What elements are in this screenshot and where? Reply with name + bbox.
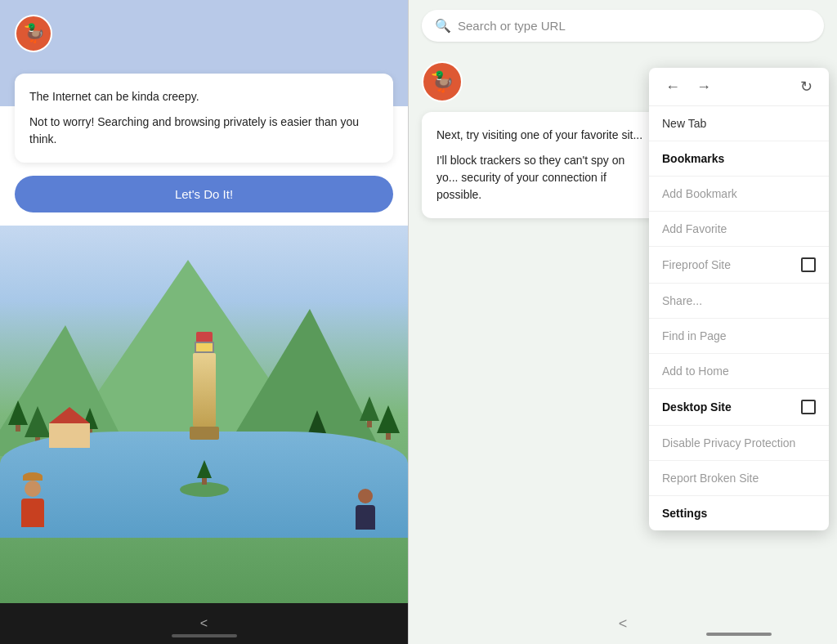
search-box[interactable]: 🔍 Search or type URL xyxy=(422,10,824,42)
lets-do-it-button[interactable]: Let's Do It! xyxy=(15,176,393,212)
desktop-site-checkbox[interactable] xyxy=(801,400,816,414)
dropdown-menu: ← → ↻ New Tab Bookmarks Add Bookmark Add… xyxy=(649,68,829,530)
duckduckgo-logo-right: 🦆 xyxy=(422,61,463,102)
duckduckgo-logo-left: 🦆 xyxy=(15,15,52,52)
lighthouse-body xyxy=(193,353,216,427)
menu-item-add-to-home[interactable]: Add to Home xyxy=(649,354,829,389)
left-phone-bottom-bar: < xyxy=(0,603,408,644)
house-body xyxy=(49,423,90,448)
menu-item-settings[interactable]: Settings xyxy=(649,496,829,530)
menu-item-desktop-site[interactable]: Desktop Site xyxy=(649,389,829,426)
menu-item-fireproof-site[interactable]: Fireproof Site xyxy=(649,247,829,284)
nav-pill-left xyxy=(172,634,237,637)
person-left-hat xyxy=(23,472,43,481)
back-arrow-left[interactable]: < xyxy=(187,610,221,637)
next-card: Next, try visiting one of your favorite … xyxy=(422,112,659,218)
lighthouse-top xyxy=(196,332,213,342)
search-bar-area: 🔍 Search or type URL xyxy=(409,0,837,51)
menu-item-find-in-page[interactable]: Find in Page xyxy=(649,319,829,354)
island-tree xyxy=(197,460,212,485)
menu-item-add-bookmark[interactable]: Add Bookmark xyxy=(649,177,829,212)
info-card-line1: The Internet can be kinda creepy. xyxy=(29,88,378,105)
person-right-body xyxy=(356,505,375,530)
person-left-head xyxy=(25,481,41,497)
search-input[interactable]: Search or type URL xyxy=(458,19,566,33)
tree-4 xyxy=(360,396,379,427)
person-right-head xyxy=(358,489,373,503)
menu-item-share[interactable]: Share... xyxy=(649,284,829,319)
right-phone-content: 🦆 Next, try visiting one of your favorit… xyxy=(409,51,837,603)
person-left-body xyxy=(21,499,44,527)
right-phone: 🔍 Search or type URL 🦆 Next, try visitin… xyxy=(409,0,837,644)
fireproof-site-checkbox[interactable] xyxy=(801,257,816,272)
person-right xyxy=(356,489,375,530)
menu-item-new-tab[interactable]: New Tab xyxy=(649,106,829,141)
lighthouse xyxy=(190,332,219,440)
left-phone: 🦆 The Internet can be kinda creepy. Not … xyxy=(0,0,409,644)
refresh-button[interactable]: ↻ xyxy=(795,76,817,97)
tree-3 xyxy=(377,405,400,440)
info-card: The Internet can be kinda creepy. Not to… xyxy=(15,74,393,163)
menu-item-disable-privacy[interactable]: Disable Privacy Protection xyxy=(649,426,829,461)
illustration xyxy=(0,226,408,603)
menu-header: ← → ↻ xyxy=(649,68,829,106)
back-button[interactable]: ← xyxy=(660,77,685,97)
forward-button[interactable]: → xyxy=(692,77,716,97)
menu-item-report-broken[interactable]: Report Broken Site xyxy=(649,461,829,496)
house xyxy=(49,407,90,448)
right-phone-bottom-bar: < xyxy=(409,603,837,644)
person-left xyxy=(16,472,49,521)
house-roof xyxy=(49,407,90,423)
lighthouse-base xyxy=(190,427,219,440)
info-card-line2: Not to worry! Searching and browsing pri… xyxy=(29,114,378,148)
nav-pill-right xyxy=(706,633,772,636)
back-arrow-right[interactable]: < xyxy=(602,609,644,639)
next-card-line2: I'll block trackers so they can't spy on… xyxy=(436,152,644,203)
menu-item-add-favorite[interactable]: Add Favorite xyxy=(649,212,829,247)
menu-item-bookmarks[interactable]: Bookmarks xyxy=(649,141,829,177)
lighthouse-light xyxy=(195,342,214,353)
next-card-line1: Next, try visiting one of your favorite … xyxy=(436,127,644,144)
search-icon: 🔍 xyxy=(435,18,451,34)
